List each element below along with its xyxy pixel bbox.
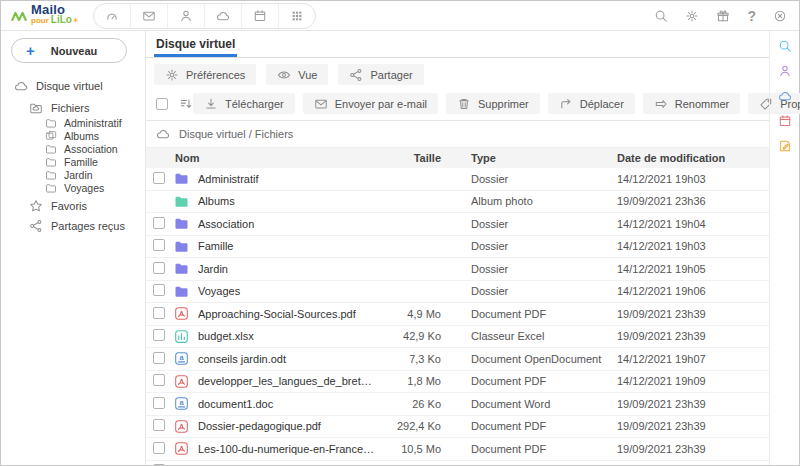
rail-contacts-icon[interactable]	[778, 64, 792, 78]
app-calendar-button[interactable]	[241, 4, 278, 28]
table-row[interactable]: budget.xlsx 42,9 Ko Classeur Excel 19/09…	[146, 326, 769, 349]
file-type: Album photo	[471, 195, 617, 207]
column-header-size[interactable]: Taille	[377, 152, 441, 164]
breadcrumb-path: Disque virtuel / Fichiers	[179, 128, 293, 140]
sidebar-item-label: Disque virtuel	[36, 80, 103, 92]
sidebar-item-label: Association	[64, 143, 118, 155]
vue-button[interactable]: Vue	[266, 64, 328, 85]
app-contacts-button[interactable]	[167, 4, 204, 28]
row-checkbox[interactable]	[153, 442, 165, 454]
table-row[interactable]: developper_les_langues_de_bretagne.pdf 1…	[146, 371, 769, 394]
cloud-icon	[14, 79, 28, 93]
preferences-button[interactable]: Préférences	[154, 64, 256, 85]
column-header-date[interactable]: Date de modification	[617, 152, 769, 164]
app-mail-button[interactable]	[130, 4, 167, 28]
app-apps-grid-button[interactable]	[278, 4, 315, 28]
select-all-checkbox[interactable]	[156, 98, 168, 110]
file-date: 19/09/2021 23h39	[617, 443, 769, 455]
row-checkbox[interactable]	[153, 329, 165, 341]
row-checkbox[interactable]	[153, 172, 165, 184]
file-date: 19/09/2021 23h36	[617, 195, 769, 207]
table-row[interactable]: Dossier-pedagogique.pdf 292,4 Ko Documen…	[146, 416, 769, 439]
help-icon[interactable]: ?	[747, 9, 756, 23]
row-checkbox[interactable]	[153, 307, 165, 319]
sidebar-item-favoris[interactable]: Favoris	[1, 197, 145, 214]
rail-calendar-icon[interactable]	[778, 114, 792, 128]
sidebar-item-partages-recus[interactable]: Partages reçus	[1, 217, 145, 234]
new-button[interactable]: + Nouveau	[11, 38, 127, 63]
pdf-icon	[172, 306, 189, 321]
column-header-name[interactable]: Nom	[172, 152, 377, 164]
envoyer-par-e-mail-button[interactable]: Envoyer par e-mail	[303, 93, 438, 114]
row-checkbox[interactable]	[153, 239, 165, 251]
telecharger-button[interactable]: Télécharger	[193, 93, 295, 114]
cloud-icon	[156, 127, 170, 141]
mailo-logo[interactable]: Mailo pourLiLo☀	[11, 5, 79, 26]
brand-text: Mailo pourLiLo☀	[31, 5, 79, 26]
file-name: Approaching-Social-Sources.pdf	[198, 308, 377, 320]
sidebar-item-administratif[interactable]: Administratif	[1, 116, 145, 129]
search-icon[interactable]	[654, 9, 668, 23]
apps-grid-icon	[290, 9, 304, 23]
move-icon	[559, 97, 573, 111]
partager-button[interactable]: Partager	[338, 64, 423, 85]
column-header-type[interactable]: Type	[471, 152, 617, 164]
row-checkbox[interactable]	[153, 397, 165, 409]
selection-controls	[154, 97, 193, 111]
rail-search-icon[interactable]	[778, 39, 792, 53]
plus-icon: +	[26, 45, 35, 57]
sidebar-item-label: Voyages	[64, 182, 104, 194]
trash-icon	[457, 97, 471, 111]
tab-disque-virtuel[interactable]: Disque virtuel	[154, 37, 237, 57]
sidebar-item-disque-virtuel[interactable]: Disque virtuel	[1, 75, 145, 96]
sidebar-item-famille[interactable]: Famille	[1, 155, 145, 168]
row-checkbox[interactable]	[153, 217, 165, 229]
sidebar-item-association[interactable]: Association	[1, 142, 145, 155]
folder-icon	[172, 171, 189, 186]
table-row[interactable]: a document1.doc 26 Ko Document Word 19/0…	[146, 393, 769, 416]
sidebar-item-fichiers[interactable]: Fichiers	[1, 99, 145, 116]
sort-icon[interactable]	[179, 97, 193, 111]
sidebar-item-albums[interactable]: Albums	[1, 129, 145, 142]
file-date: 14/12/2021 19h03	[617, 173, 769, 185]
table-row[interactable]: Les-100-du-numerique-en-France.pdf 10,5 …	[146, 438, 769, 461]
file-name: Administratif	[198, 173, 377, 185]
table-row[interactable]: Voyages Dossier 14/12/2021 19h06	[146, 281, 769, 304]
settings-icon[interactable]	[685, 9, 699, 23]
table-row[interactable]: Jardin Dossier 14/12/2021 19h05	[146, 258, 769, 281]
share-icon	[29, 219, 43, 233]
gift-icon[interactable]	[716, 9, 730, 23]
mailo-logo-icon	[11, 8, 27, 24]
sidebar-item-voyages[interactable]: Voyages	[1, 181, 145, 194]
row-checkbox[interactable]	[153, 284, 165, 296]
table-row[interactable]: Association Dossier 14/12/2021 19h04	[146, 213, 769, 236]
rail-cloud-icon[interactable]	[778, 89, 792, 103]
rail-notes-icon[interactable]	[778, 139, 792, 153]
folder-icon	[172, 261, 189, 276]
sidebar-item-label: Favoris	[51, 200, 87, 212]
file-actions: TéléchargerEnvoyer par e-mailSupprimerDé…	[193, 93, 800, 114]
file-date: 14/12/2021 19h03	[617, 240, 769, 252]
table-row[interactable]: Famille Dossier 14/12/2021 19h03	[146, 236, 769, 259]
row-checkbox[interactable]	[153, 464, 165, 465]
table-row[interactable]: a conseils jardin.odt 7,3 Ko Document Op…	[146, 348, 769, 371]
sidebar-item-label: Albums	[64, 130, 99, 142]
logout-icon[interactable]	[773, 9, 787, 23]
app-dashboard-button[interactable]	[94, 4, 130, 28]
supprimer-button[interactable]: Supprimer	[446, 93, 540, 114]
table-row[interactable]: Présentation.pptx 1,1 Mo Document PowerP…	[146, 461, 769, 466]
sidebar-item-jardin[interactable]: Jardin	[1, 168, 145, 181]
row-checkbox[interactable]	[153, 419, 165, 431]
deplacer-button[interactable]: Déplacer	[548, 93, 635, 114]
row-checkbox[interactable]	[153, 374, 165, 386]
app-cloud-button[interactable]	[204, 4, 241, 28]
breadcrumb[interactable]: Disque virtuel / Fichiers	[146, 121, 769, 148]
table-row[interactable]: Albums Album photo 19/09/2021 23h36	[146, 191, 769, 214]
row-checkbox[interactable]	[153, 352, 165, 364]
row-checkbox[interactable]	[153, 262, 165, 274]
folder-icon	[45, 143, 57, 155]
table-row[interactable]: Approaching-Social-Sources.pdf 4,9 Mo Do…	[146, 303, 769, 326]
sidebar-item-label: Administratif	[64, 117, 122, 129]
renommer-button[interactable]: Renommer	[643, 93, 740, 114]
table-row[interactable]: Administratif Dossier 14/12/2021 19h03	[146, 168, 769, 191]
